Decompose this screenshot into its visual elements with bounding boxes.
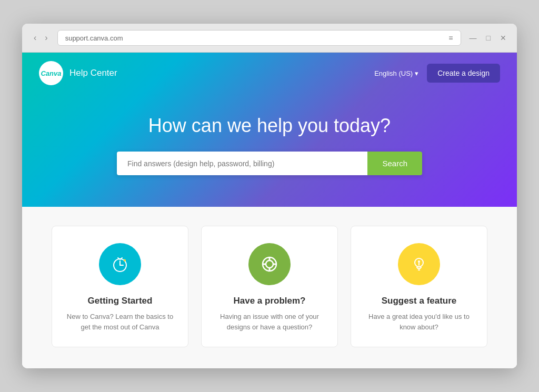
svg-point-17 xyxy=(418,260,420,263)
suggest-feature-title: Suggest a feature xyxy=(382,296,457,306)
svg-point-8 xyxy=(266,260,273,268)
getting-started-icon xyxy=(99,243,141,285)
have-a-problem-title: Have a problem? xyxy=(234,296,306,306)
clock-icon xyxy=(109,254,131,275)
hero-title: How can we help you today? xyxy=(39,115,500,137)
logo-text: Canva xyxy=(41,69,61,77)
getting-started-desc: New to Canva? Learn the basics to get th… xyxy=(65,311,175,332)
suggest-feature-card[interactable]: Suggest a feature Have a great idea you'… xyxy=(351,226,487,347)
language-arrow-icon: ▾ xyxy=(415,69,418,77)
maximize-button[interactable]: □ xyxy=(484,33,493,43)
have-a-problem-icon xyxy=(248,243,291,285)
url-display: support.canva.com xyxy=(65,34,123,42)
hero-section: Canva Help Center English (US) ▾ Create … xyxy=(22,53,517,207)
svg-line-6 xyxy=(124,259,125,260)
search-bar: Search xyxy=(117,152,422,175)
header-right: English (US) ▾ Create a design xyxy=(374,64,500,83)
help-center-label: Help Center xyxy=(69,68,117,78)
minimize-button[interactable]: — xyxy=(467,33,479,43)
close-button[interactable]: ✕ xyxy=(498,33,508,43)
getting-started-card[interactable]: Getting Started New to Canva? Learn the … xyxy=(52,226,188,347)
suggest-feature-desc: Have a great idea you'd like us to know … xyxy=(364,311,474,332)
hero-content: How can we help you today? Search xyxy=(22,94,517,207)
language-selector[interactable]: English (US) ▾ xyxy=(374,69,418,77)
browser-chrome: ‹ › support.canva.com ≡ — □ ✕ xyxy=(22,24,517,53)
nav-buttons: ‹ › xyxy=(31,33,51,43)
hamburger-icon: ≡ xyxy=(448,34,453,42)
suggest-feature-icon xyxy=(398,243,440,285)
search-input[interactable] xyxy=(117,152,367,175)
page-content: Canva Help Center English (US) ▾ Create … xyxy=(22,53,517,368)
search-button[interactable]: Search xyxy=(367,152,422,175)
have-a-problem-desc: Having an issue with one of your designs… xyxy=(214,311,325,332)
getting-started-title: Getting Started xyxy=(88,296,153,306)
lightbulb-icon xyxy=(408,254,430,275)
site-header: Canva Help Center English (US) ▾ Create … xyxy=(22,53,517,94)
canva-logo: Canva xyxy=(39,61,63,85)
address-bar[interactable]: support.canva.com ≡ xyxy=(57,30,461,46)
window-controls: — □ ✕ xyxy=(467,33,508,43)
language-label: English (US) xyxy=(374,69,413,77)
create-design-button[interactable]: Create a design xyxy=(427,64,500,83)
nav-back-button[interactable]: ‹ xyxy=(31,33,39,43)
nav-forward-button[interactable]: › xyxy=(42,33,51,43)
browser-window: ‹ › support.canva.com ≡ — □ ✕ Canva Help… xyxy=(22,24,517,368)
cards-section: Getting Started New to Canva? Learn the … xyxy=(22,207,517,368)
lifebuoy-icon xyxy=(259,254,280,275)
logo-area: Canva Help Center xyxy=(39,61,117,85)
have-a-problem-card[interactable]: Have a problem? Having an issue with one… xyxy=(201,226,338,347)
